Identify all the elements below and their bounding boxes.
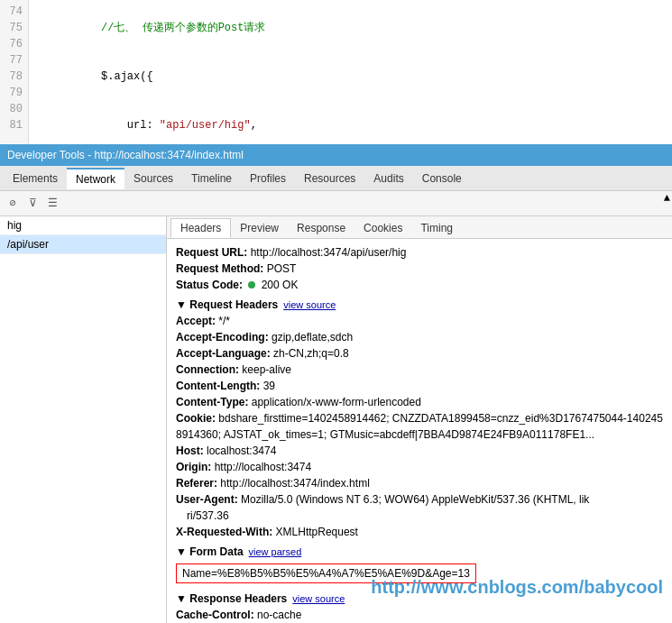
tab-profiles[interactable]: Profiles xyxy=(241,169,295,188)
view-parsed-link[interactable]: view parsed xyxy=(249,546,302,557)
accept-language-row: Accept-Language: zh-CN,zh;q=0.8 xyxy=(176,345,663,362)
origin-row: Origin: http://localhost:3474 xyxy=(176,459,663,475)
block-icon[interactable]: ⊘ xyxy=(5,197,20,211)
line-numbers: 74 75 76 77 78 79 80 81 xyxy=(0,0,29,144)
request-list: hig /api/user xyxy=(0,216,167,623)
form-data-label: ▼ Form Data xyxy=(176,545,244,558)
accept-row: Accept: */* xyxy=(176,313,663,329)
request-headers-label: ▼ Request Headers xyxy=(176,298,278,311)
detail-tabs: Headers Preview Response Cookies Timing xyxy=(167,216,672,239)
request-url-value: http://localhost:3474/api/user/hig xyxy=(251,246,407,259)
cookie-row: Cookie: bdshare_firsttime=1402458914462;… xyxy=(176,410,663,443)
network-panel: ⊘ ⊽ ☰ ▲ hig /api/user Headers Preview Re… xyxy=(0,191,672,623)
detail-tab-preview[interactable]: Preview xyxy=(231,218,288,238)
detail-tab-headers[interactable]: Headers xyxy=(170,218,231,238)
request-detail: Headers Preview Response Cookies Timing … xyxy=(167,216,672,623)
devtools-title: Developer Tools - http://localhost:3474/… xyxy=(7,149,244,161)
scroll-up-indicator[interactable]: ▲ xyxy=(664,192,670,205)
view-source-link[interactable]: view source xyxy=(283,299,336,310)
request-method-row: Request Method: POST xyxy=(176,261,663,277)
referer-row: Referer: http://localhost:3474/index.htm… xyxy=(176,475,663,491)
x-requested-row: X-Requested-With: XMLHttpRequest xyxy=(176,524,663,540)
user-agent-row: User-Agent: Mozilla/5.0 (Windows NT 6.3;… xyxy=(176,491,663,508)
tab-elements[interactable]: Elements xyxy=(4,169,67,188)
network-content: hig /api/user Headers Preview Response C… xyxy=(0,216,672,623)
code-line-76: url: "api/user/hig", xyxy=(36,101,665,144)
tab-network[interactable]: Network xyxy=(67,168,124,189)
connection-row: Connection: keep-alive xyxy=(176,362,663,378)
request-headers-section: ▼ Request Headers view source xyxy=(176,298,663,311)
devtools-tabs: Elements Network Sources Timeline Profil… xyxy=(0,166,672,191)
status-code-row: Status Code: 200 OK xyxy=(176,277,663,293)
request-url-label: Request URL: xyxy=(176,246,251,259)
detail-tab-cookies[interactable]: Cookies xyxy=(354,218,411,238)
status-code-value: 200 OK xyxy=(262,279,299,291)
headers-content: Request URL: http://localhost:3474/api/u… xyxy=(167,239,672,623)
tab-console[interactable]: Console xyxy=(413,169,471,188)
filter-icon[interactable]: ⊽ xyxy=(25,197,40,211)
response-headers-label: ▼ Response Headers xyxy=(176,592,287,605)
tab-timeline[interactable]: Timeline xyxy=(182,169,241,188)
response-headers-section: ▼ Response Headers view source xyxy=(176,592,663,605)
content-length-row: Content-Length: 39 xyxy=(176,378,663,394)
cache-control-row: Cache-Control: no-cache xyxy=(176,607,663,623)
form-data-box: Name=%E8%B5%B5%E5%A4%A7%E5%AE%9D&Age=13 xyxy=(176,563,476,583)
view-source2-link[interactable]: view source xyxy=(292,593,345,604)
content-type-row: Content-Type: application/x-www-form-url… xyxy=(176,394,663,410)
form-data-value: Name=%E8%B5%B5%E5%A4%A7%E5%AE%9D&Age=13 xyxy=(182,567,470,580)
detail-tab-timing[interactable]: Timing xyxy=(411,218,462,238)
status-code-label: Status Code: xyxy=(176,279,245,291)
request-url-row: Request URL: http://localhost:3474/api/u… xyxy=(176,244,663,261)
tab-sources[interactable]: Sources xyxy=(124,169,182,188)
status-green-dot xyxy=(248,281,255,289)
user-agent-cont: ri/537.36 xyxy=(176,508,663,524)
request-item-hig[interactable]: hig xyxy=(0,216,166,235)
request-item-api-user[interactable]: /api/user xyxy=(0,235,166,254)
tab-resources[interactable]: Resources xyxy=(295,169,364,188)
list-icon[interactable]: ☰ xyxy=(45,197,60,211)
accept-encoding-row: Accept-Encoding: gzip,deflate,sdch xyxy=(176,329,663,345)
tab-audits[interactable]: Audits xyxy=(364,169,412,188)
code-line-75: $.ajax({ xyxy=(36,52,665,101)
detail-tab-response[interactable]: Response xyxy=(288,218,354,238)
devtools-titlebar: Developer Tools - http://localhost:3474/… xyxy=(0,144,672,166)
code-lines: //七、 传递两个参数的Post请求 $.ajax({ url: "api/us… xyxy=(29,0,672,144)
request-method-label: Request Method: xyxy=(176,262,267,275)
form-data-section: ▼ Form Data view parsed xyxy=(176,545,663,558)
code-line-74: //七、 传递两个参数的Post请求 xyxy=(36,4,665,52)
code-editor: 74 75 76 77 78 79 80 81 //七、 传递两个参数的Post… xyxy=(0,0,672,144)
network-toolbar: ⊘ ⊽ ☰ ▲ xyxy=(0,191,672,216)
request-method-value: POST xyxy=(267,262,297,275)
host-row: Host: localhost:3474 xyxy=(176,443,663,459)
